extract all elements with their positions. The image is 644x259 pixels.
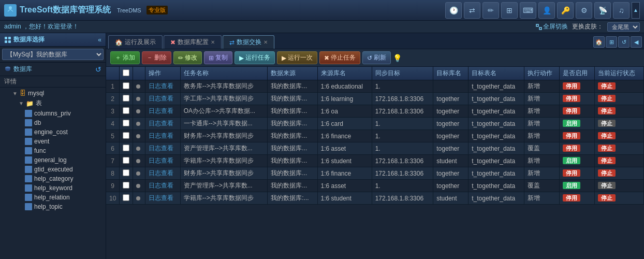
th-op: 操作 bbox=[145, 67, 180, 80]
stop-btn[interactable]: ✖ 停止任务 bbox=[319, 51, 360, 64]
music-btn[interactable]: ♫ bbox=[613, 2, 630, 19]
row-checkbox[interactable] bbox=[123, 194, 129, 201]
row-task-name: 学籍库-->共享库数据同步 bbox=[180, 155, 268, 167]
hint-icon[interactable]: 💡 bbox=[393, 54, 402, 62]
tree-item-db[interactable]: db bbox=[0, 118, 106, 127]
copy-btn[interactable]: ⊞ 复制 bbox=[204, 51, 232, 64]
tab-collapse-btn[interactable]: ◀ bbox=[631, 36, 642, 48]
tab-close-exchange[interactable]: ✕ bbox=[264, 39, 268, 45]
table-icon bbox=[25, 166, 32, 173]
timer-btn[interactable]: 🕐 bbox=[445, 2, 462, 19]
row-target-db: student bbox=[433, 155, 469, 167]
log-view-link[interactable]: 日志查看 bbox=[149, 82, 173, 90]
row-target-table: t_together_data bbox=[469, 180, 524, 192]
tree-item-event[interactable]: event bbox=[0, 137, 106, 146]
row-checkbox[interactable] bbox=[123, 120, 129, 126]
refresh-btn[interactable]: ↺ 刷新 bbox=[362, 51, 391, 64]
row-op-cell: 日志查看 bbox=[145, 105, 180, 118]
row-sync-target: 1. bbox=[372, 80, 433, 93]
run-status-badge: 停止 bbox=[598, 169, 616, 177]
grid-btn[interactable]: ⊞ bbox=[501, 2, 518, 19]
run-btn[interactable]: ▶ 运行任务 bbox=[235, 51, 275, 64]
delete-btn[interactable]: － 删除 bbox=[142, 51, 171, 64]
title-collapse-btn[interactable]: ▲ bbox=[632, 2, 640, 19]
keyboard-btn[interactable]: ⌨ bbox=[520, 2, 536, 19]
row-checkbox[interactable] bbox=[123, 157, 129, 164]
row-action: 新增 bbox=[524, 93, 560, 105]
tree-item-func[interactable]: func bbox=[0, 146, 106, 155]
settings-btn[interactable]: ⚙ bbox=[576, 2, 592, 19]
log-view-link[interactable]: 日志查看 bbox=[149, 194, 173, 202]
log-view-link[interactable]: 日志查看 bbox=[149, 120, 173, 127]
row-num: 9 bbox=[106, 180, 120, 192]
db-selector[interactable]: 【MySql】我的数据库 bbox=[2, 49, 104, 60]
tree-item-table-folder[interactable]: ▼ 📁 表 bbox=[0, 98, 106, 109]
log-view-link[interactable]: 日志查看 bbox=[149, 132, 173, 139]
row-checkbox[interactable] bbox=[123, 95, 129, 102]
tab-grid-btn[interactable]: ⊞ bbox=[606, 36, 617, 48]
row-enabled: 启用 bbox=[560, 155, 595, 167]
add-btn[interactable]: ＋ 添加 bbox=[110, 51, 140, 64]
table-icon bbox=[25, 119, 32, 126]
row-checkbox[interactable] bbox=[123, 82, 129, 89]
tree-item-columns-priv[interactable]: columns_priv bbox=[0, 109, 106, 118]
tree-item-gtid-executed[interactable]: gtid_executed bbox=[0, 165, 106, 174]
modify-btn[interactable]: ✏ 修改 bbox=[173, 51, 202, 64]
titlebar: TreeSoft数据库管理系统 TreeDMS 专业版 🕐 ⇄ ✏ ⊞ ⌨ 👤 … bbox=[0, 0, 644, 21]
row-checkbox[interactable] bbox=[123, 169, 129, 176]
row-checkbox[interactable] bbox=[123, 107, 129, 114]
log-view-link[interactable]: 日志查看 bbox=[149, 145, 173, 152]
tree-item-help-topic[interactable]: help_topic bbox=[0, 202, 106, 211]
status-dot bbox=[136, 84, 140, 89]
status-dot bbox=[136, 147, 140, 151]
table-icon bbox=[25, 147, 32, 154]
sidebar-collapse-btn[interactable]: « bbox=[98, 36, 101, 44]
key-btn[interactable]: 🔑 bbox=[557, 2, 574, 19]
row-sync-target: 172.168.1.8:3306 bbox=[372, 192, 433, 205]
tree-item-engine-cost[interactable]: engine_cost bbox=[0, 127, 106, 137]
tree-item-mysql[interactable]: ▼ 🗄 mysql bbox=[0, 89, 106, 98]
exchange-btn[interactable]: ⇄ bbox=[464, 2, 480, 19]
skin-selector[interactable]: 金尾黑 默认蓝 深空黑 bbox=[607, 22, 640, 32]
row-action: 新增 bbox=[524, 167, 560, 180]
fullscreen-btn[interactable]: 全屏切换 bbox=[536, 22, 568, 31]
table-area: 操作 任务名称 数据来源 来源库名 同步目标 目标库名 目标表名 执行动作 是否… bbox=[106, 67, 644, 259]
table-icon bbox=[25, 138, 32, 145]
row-op-cell: 日志查看 bbox=[145, 93, 180, 105]
tab-run-display[interactable]: 🏠 运行及展示 bbox=[108, 35, 163, 49]
tree-item-help-keyword[interactable]: help_keyword bbox=[0, 183, 106, 193]
antenna-btn[interactable]: 📡 bbox=[594, 2, 611, 19]
log-view-link[interactable]: 日志查看 bbox=[149, 169, 173, 177]
tree-label-db: db bbox=[34, 119, 41, 126]
tab-home-btn[interactable]: 🏠 bbox=[593, 36, 605, 48]
enabled-badge: 停用 bbox=[563, 107, 580, 114]
tree-item-help-relation[interactable]: help_relation bbox=[0, 193, 106, 202]
tree-item-help-category[interactable]: help_category bbox=[0, 174, 106, 183]
row-data-source: 我的数据库... bbox=[268, 155, 317, 167]
log-view-link[interactable]: 日志查看 bbox=[149, 95, 173, 102]
tab-data-exchange[interactable]: ⇄ 数据交换 ✕ bbox=[223, 35, 274, 49]
row-checkbox[interactable] bbox=[123, 182, 129, 189]
status-dot bbox=[136, 196, 140, 200]
select-all-cb[interactable] bbox=[123, 69, 129, 76]
row-checkbox[interactable] bbox=[123, 132, 129, 139]
db-refresh-btn[interactable]: ↺ bbox=[95, 65, 101, 74]
svg-point-1 bbox=[7, 11, 9, 13]
user-btn[interactable]: 👤 bbox=[538, 2, 555, 19]
db-select-area: 【MySql】我的数据库 bbox=[0, 47, 106, 63]
log-view-link[interactable]: 日志查看 bbox=[149, 107, 173, 114]
run-once-btn[interactable]: ▶ 运行一次 bbox=[277, 51, 317, 64]
svg-rect-9 bbox=[5, 40, 7, 43]
log-view-link[interactable]: 日志查看 bbox=[149, 182, 173, 189]
tab-refresh-btn[interactable]: ↺ bbox=[618, 36, 630, 48]
log-view-link[interactable]: 日志查看 bbox=[149, 157, 173, 164]
edit-btn[interactable]: ✏ bbox=[482, 2, 499, 19]
row-target-table: t_together_data bbox=[469, 167, 524, 180]
tab-close-db[interactable]: ✕ bbox=[211, 39, 215, 45]
row-num: 10 bbox=[106, 192, 120, 205]
enabled-badge: 启用 bbox=[563, 182, 580, 189]
row-checkbox[interactable] bbox=[123, 145, 129, 151]
tab-db-config[interactable]: ✖ 数据库配置 ✕ bbox=[164, 35, 222, 49]
tree-label-gtid-executed: gtid_executed bbox=[34, 166, 73, 173]
tree-item-general-log[interactable]: general_log bbox=[0, 155, 106, 165]
